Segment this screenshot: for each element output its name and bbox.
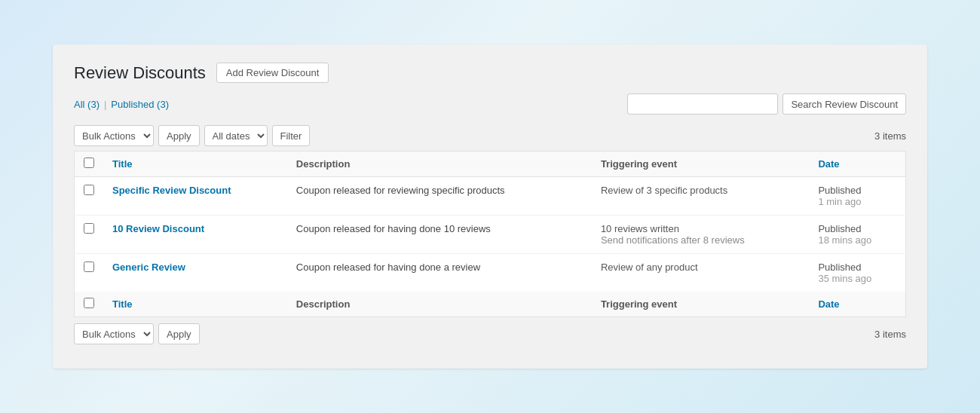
filter-separator: |	[104, 99, 106, 110]
apply-button-bottom[interactable]: Apply	[158, 323, 200, 344]
row-title-link-0[interactable]: Specific Review Discount	[112, 185, 231, 196]
item-count-bottom: 3 items	[874, 329, 906, 340]
trigger-line2-1: Send notifications after 8 reviews	[601, 234, 801, 246]
bulk-actions-select-bottom[interactable]: Bulk Actions	[74, 323, 154, 344]
row-title-link-1[interactable]: 10 Review Discount	[112, 223, 204, 234]
table-header-row: Title Description Triggering event Date	[75, 151, 906, 177]
row-title-1: 10 Review Discount	[103, 216, 287, 254]
apply-button-top[interactable]: Apply	[158, 125, 200, 146]
date-filter-select[interactable]: All dates	[204, 125, 268, 146]
row-trigger-1: 10 reviews written Send notifications af…	[592, 216, 810, 254]
filter-links: All (3) | Published (3)	[74, 99, 169, 110]
table-row: 10 Review Discount Coupon released for h…	[75, 216, 906, 254]
bottom-toolbar-left: Bulk Actions Apply	[74, 323, 200, 344]
top-toolbar-left: Bulk Actions Apply All dates Filter	[74, 125, 310, 146]
select-all-checkbox[interactable]	[84, 158, 94, 168]
footer-date[interactable]: Date	[809, 292, 905, 317]
header-date[interactable]: Date	[809, 151, 905, 177]
top-toolbar: Bulk Actions Apply All dates Filter 3 it…	[74, 121, 906, 151]
row-trigger-2: Review of any product	[592, 254, 810, 292]
footer-checkbox-cell	[75, 292, 104, 317]
filter-all-link[interactable]: All (3)	[74, 99, 100, 110]
row-date-2: Published 35 mins ago	[809, 254, 905, 292]
table-row: Specific Review Discount Coupon released…	[75, 177, 906, 216]
row-time-1: 18 mins ago	[818, 234, 896, 246]
trigger-line1-1: 10 reviews written	[601, 223, 801, 234]
select-all-checkbox-bottom[interactable]	[84, 298, 94, 308]
bulk-actions-select-top[interactable]: Bulk Actions	[74, 125, 154, 146]
row-date-0: Published 1 min ago	[809, 177, 905, 216]
row-description-1: Coupon released for having done 10 revie…	[287, 216, 592, 254]
page-header: Review Discounts Add Review Discount	[74, 63, 906, 83]
filter-bar-top: All (3) | Published (3) Search Review Di…	[74, 93, 906, 115]
header-title[interactable]: Title	[103, 151, 287, 177]
search-area: Search Review Discount	[627, 93, 906, 115]
trigger-line1-0: Review of 3 specific products	[601, 185, 801, 196]
row-description-0: Coupon released for reviewing specific p…	[287, 177, 592, 216]
row-time-0: 1 min ago	[818, 196, 896, 207]
review-discounts-table: Title Description Triggering event Date …	[74, 151, 906, 317]
row-time-2: 35 mins ago	[818, 273, 896, 284]
filter-published-link[interactable]: Published (3)	[111, 99, 169, 110]
row-status-2: Published	[818, 262, 896, 273]
row-status-1: Published	[818, 223, 896, 234]
row-title-link-2[interactable]: Generic Review	[112, 262, 185, 273]
row-checkbox-cell	[75, 177, 104, 216]
row-title-2: Generic Review	[103, 254, 287, 292]
main-panel: Review Discounts Add Review Discount All…	[53, 44, 927, 369]
header-description: Description	[287, 151, 592, 177]
trigger-line1-2: Review of any product	[601, 262, 801, 273]
row-checkbox-2[interactable]	[84, 262, 94, 272]
page-title: Review Discounts	[74, 63, 206, 83]
footer-triggering-event: Triggering event	[592, 292, 810, 317]
row-checkbox-1[interactable]	[84, 223, 94, 234]
header-triggering-event: Triggering event	[592, 151, 810, 177]
row-description-2: Coupon released for having done a review	[287, 254, 592, 292]
footer-description: Description	[287, 292, 592, 317]
table-footer-row: Title Description Triggering event Date	[75, 292, 906, 317]
filter-button[interactable]: Filter	[272, 125, 311, 146]
row-date-1: Published 18 mins ago	[809, 216, 905, 254]
row-trigger-0: Review of 3 specific products	[592, 177, 810, 216]
footer-title[interactable]: Title	[103, 292, 287, 317]
row-checkbox-0[interactable]	[84, 185, 94, 195]
row-status-0: Published	[818, 185, 896, 196]
search-button[interactable]: Search Review Discount	[782, 93, 906, 115]
table-row: Generic Review Coupon released for havin…	[75, 254, 906, 292]
search-input[interactable]	[627, 93, 778, 115]
header-checkbox-cell	[75, 151, 104, 177]
row-checkbox-cell	[75, 254, 104, 292]
row-checkbox-cell	[75, 216, 104, 254]
row-title-0: Specific Review Discount	[103, 177, 287, 216]
bottom-toolbar: Bulk Actions Apply 3 items	[74, 317, 906, 344]
item-count-top: 3 items	[874, 130, 906, 142]
add-review-discount-button[interactable]: Add Review Discount	[216, 63, 329, 83]
